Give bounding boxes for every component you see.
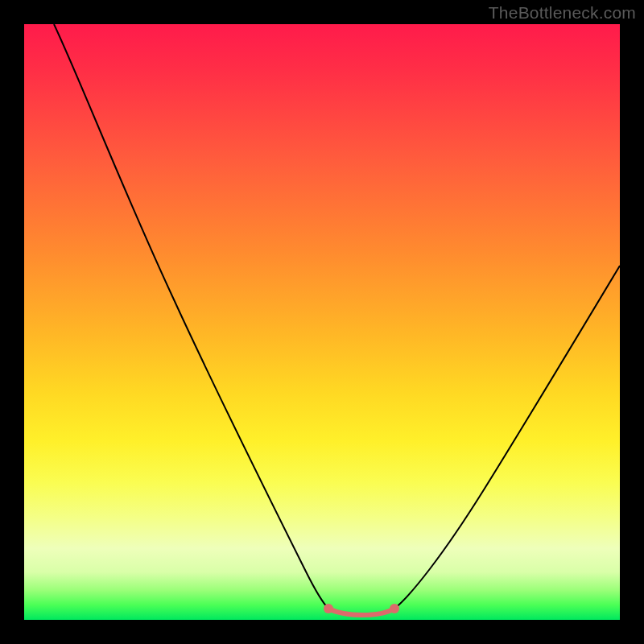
valley-flat [328,609,394,615]
valley-marker-left [324,604,333,613]
curve-overlay [24,24,620,620]
valley-marker-right [390,604,399,613]
plot-area [24,24,620,620]
right-curve [394,266,620,609]
watermark-text: TheBottleneck.com [489,3,636,23]
left-curve [54,24,328,609]
chart-frame: TheBottleneck.com [0,0,644,644]
